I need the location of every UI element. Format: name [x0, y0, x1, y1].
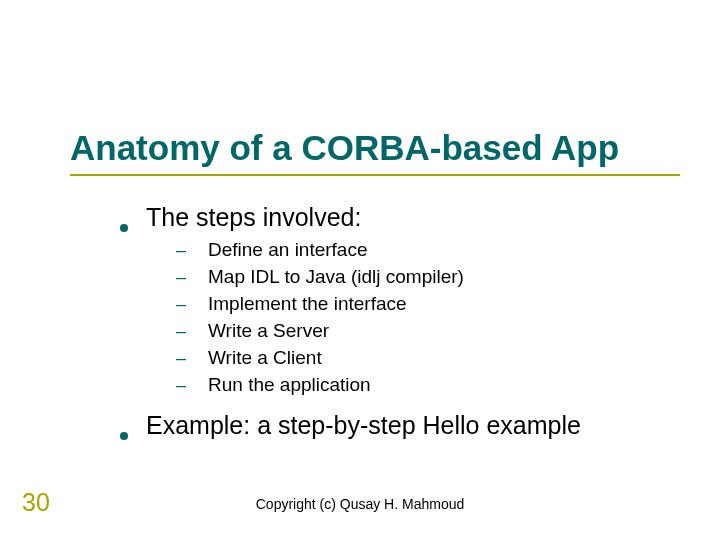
bullet-item: The steps involved: [120, 203, 581, 232]
dash-icon: – [176, 266, 186, 288]
sub-text: Write a Client [208, 346, 322, 370]
bullet-text: Example: a step-by-step Hello example [146, 411, 581, 440]
sub-item: – Define an interface [176, 238, 581, 262]
sub-text: Map IDL to Java (idlj compiler) [208, 265, 464, 289]
copyright-text: Copyright (c) Qusay H. Mahmoud [0, 496, 720, 512]
dash-icon: – [176, 320, 186, 342]
sub-text: Implement the interface [208, 292, 407, 316]
sub-item: – Run the application [176, 373, 581, 397]
bullet-icon [120, 432, 128, 440]
sub-text: Write a Server [208, 319, 329, 343]
bullet-icon [120, 224, 128, 232]
title-underline [70, 174, 680, 176]
sub-item: – Write a Server [176, 319, 581, 343]
slide-title: Anatomy of a CORBA-based App [70, 128, 619, 168]
sub-item: – Write a Client [176, 346, 581, 370]
sub-list: – Define an interface – Map IDL to Java … [176, 238, 581, 397]
main-list: The steps involved: – Define an interfac… [120, 203, 581, 444]
slide: Anatomy of a CORBA-based App The steps i… [0, 0, 720, 540]
dash-icon: – [176, 374, 186, 396]
bullet-text: The steps involved: [146, 203, 361, 232]
sub-text: Define an interface [208, 238, 368, 262]
dash-icon: – [176, 347, 186, 369]
bullet-item: Example: a step-by-step Hello example [120, 411, 581, 440]
dash-icon: – [176, 293, 186, 315]
sub-item: – Implement the interface [176, 292, 581, 316]
dash-icon: – [176, 239, 186, 261]
sub-text: Run the application [208, 373, 371, 397]
sub-item: – Map IDL to Java (idlj compiler) [176, 265, 581, 289]
title-wrap: Anatomy of a CORBA-based App [70, 128, 619, 168]
